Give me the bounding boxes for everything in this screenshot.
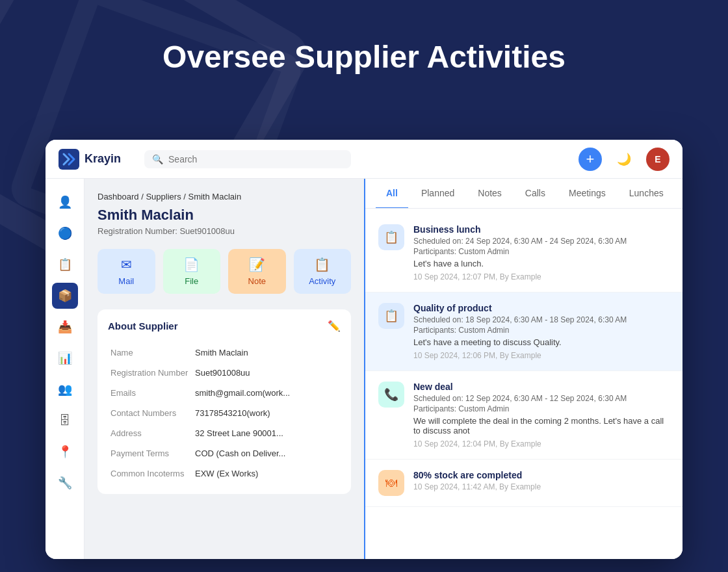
activity-item-item3[interactable]: 📞 New deal Scheduled on: 12 Sep 2024, 6:…: [365, 371, 682, 460]
tab-all[interactable]: All: [376, 179, 408, 209]
user-avatar[interactable]: E: [646, 148, 670, 171]
navbar: Krayin 🔍 + 🌙 E: [46, 140, 682, 179]
field-value: Smith Maclain: [192, 343, 341, 363]
table-row: Contact Numbers73178543210(work): [108, 403, 341, 423]
sidebar-item-location-icon[interactable]: 📍: [52, 439, 78, 465]
activity-scheduled: Scheduled on: 24 Sep 2024, 6:30 AM - 24 …: [413, 237, 670, 246]
about-card: About Supplier ✏️ NameSmith MaclainRegis…: [98, 309, 351, 494]
tab-meetings[interactable]: Meetings: [558, 179, 616, 209]
sidebar-item-reports-icon[interactable]: 📊: [52, 345, 78, 371]
tab-calls[interactable]: Calls: [515, 179, 556, 209]
add-button[interactable]: +: [578, 148, 602, 171]
sidebar-item-tools-icon[interactable]: 🔧: [52, 470, 78, 496]
table-row: NameSmith Maclain: [108, 343, 341, 363]
field-label: Payment Terms: [108, 443, 192, 463]
activity-participants: Participants: Custom Admin: [413, 247, 670, 256]
note-button[interactable]: 📝 Note: [228, 249, 286, 294]
activity-panel: AllPlannedNotesCallsMeetingsLunchesFiles…: [364, 179, 682, 559]
main-content: 👤🔵📋📦📥📊👥🗄📍🔧 Dashboard / Suppliers / Smith…: [46, 179, 682, 559]
breadcrumb-current: Smith Maclain: [188, 192, 241, 202]
sidebar-item-contacts-icon[interactable]: 👤: [52, 189, 78, 215]
activity-type-icon: 🍽: [378, 470, 404, 496]
field-label: Contact Numbers: [108, 403, 192, 423]
tab-notes[interactable]: Notes: [467, 179, 512, 209]
supplier-panel: Dashboard / Suppliers / Smith Maclain Sm…: [84, 179, 364, 559]
activity-body: 80% stock are completed 10 Sep 2024, 11:…: [413, 470, 670, 491]
info-table: NameSmith MaclainRegistration NumberSuet…: [108, 343, 341, 484]
mail-icon: ✉: [121, 257, 132, 272]
supplier-name: Smith Maclain: [98, 207, 351, 224]
activity-scheduled: Scheduled on: 18 Sep 2024, 6:30 AM - 18 …: [413, 315, 670, 324]
file-label: File: [185, 276, 198, 286]
table-row: Address32 Street Lane 90001...: [108, 423, 341, 443]
activity-meta: 10 Sep 2024, 12:07 PM, By Example: [413, 272, 670, 281]
about-header: About Supplier ✏️: [108, 320, 341, 332]
sidebar-item-persons-icon[interactable]: 👥: [52, 376, 78, 402]
krayin-logo-icon: [58, 149, 79, 170]
tab-planned[interactable]: Planned: [411, 179, 465, 209]
activity-meta: 10 Sep 2024, 11:42 AM, By Example: [413, 482, 670, 491]
search-bar: 🔍: [144, 150, 351, 168]
activity-meta: 10 Sep 2024, 12:06 PM, By Example: [413, 351, 670, 360]
activity-description: We will complete the deal in the coming …: [413, 416, 670, 436]
action-buttons: ✉ Mail 📄 File 📝 Note 📋 Activity: [98, 249, 351, 294]
sidebar-item-suppliers-icon[interactable]: 📦: [52, 283, 78, 309]
sidebar-item-tasks-icon[interactable]: 📋: [52, 252, 78, 278]
activity-scheduled: Scheduled on: 12 Sep 2024, 6:30 AM - 12 …: [413, 394, 670, 403]
activity-item-item2[interactable]: 📋 Quality of product Scheduled on: 18 Se…: [365, 292, 682, 371]
field-value: smith@gmail.com(work...: [192, 383, 341, 403]
dark-mode-toggle[interactable]: 🌙: [612, 148, 636, 171]
app-container: Krayin 🔍 + 🌙 E 👤🔵📋📦📥📊👥🗄📍🔧 Dashboard / Su…: [46, 140, 682, 559]
note-icon: 📝: [249, 257, 265, 272]
search-input[interactable]: [168, 154, 343, 164]
field-label: Name: [108, 343, 192, 363]
field-label: Emails: [108, 383, 192, 403]
activity-description: Let's have a lunch.: [413, 259, 670, 268]
field-label: Common Incoterms: [108, 463, 192, 484]
activity-body: Business lunch Scheduled on: 24 Sep 2024…: [413, 224, 670, 281]
sidebar: 👤🔵📋📦📥📊👥🗄📍🔧: [46, 179, 84, 559]
tab-lunches[interactable]: Lunches: [619, 179, 674, 209]
sidebar-item-storage-icon[interactable]: 🗄: [52, 408, 78, 434]
activity-body: New deal Scheduled on: 12 Sep 2024, 6:30…: [413, 382, 670, 448]
activity-type-icon: 📋: [378, 224, 404, 250]
mail-button[interactable]: ✉ Mail: [98, 249, 155, 294]
sidebar-item-inbox-icon[interactable]: 📥: [52, 314, 78, 340]
field-value: Suet901008uu: [192, 363, 341, 383]
mail-label: Mail: [118, 276, 134, 286]
activity-type-icon: 📋: [378, 303, 404, 329]
logo: Krayin: [58, 149, 121, 170]
breadcrumb-links[interactable]: Dashboard / Suppliers /: [98, 192, 186, 202]
sidebar-item-deals-icon[interactable]: 🔵: [52, 220, 78, 246]
note-label: Note: [248, 276, 266, 286]
activity-participants: Participants: Custom Admin: [413, 404, 670, 413]
activity-icon: 📋: [314, 257, 330, 272]
activity-item-item4[interactable]: 🍽 80% stock are completed 10 Sep 2024, 1…: [365, 460, 682, 507]
activity-meta: 10 Sep 2024, 12:04 PM, By Example: [413, 439, 670, 448]
activity-title: Quality of product: [413, 303, 670, 313]
activity-label: Activity: [309, 276, 335, 286]
field-value: EXW (Ex Works): [192, 463, 341, 484]
activity-title: Business lunch: [413, 224, 670, 235]
activity-item-item1[interactable]: 📋 Business lunch Scheduled on: 24 Sep 20…: [365, 214, 682, 292]
file-button[interactable]: 📄 File: [163, 249, 221, 294]
edit-icon[interactable]: ✏️: [328, 320, 341, 332]
field-value: COD (Cash on Deliver...: [192, 443, 341, 463]
activity-participants: Participants: Custom Admin: [413, 326, 670, 335]
table-row: Registration NumberSuet901008uu: [108, 363, 341, 383]
activity-button[interactable]: 📋 Activity: [294, 249, 352, 294]
field-value: 32 Street Lane 90001...: [192, 423, 341, 443]
file-icon: 📄: [183, 257, 200, 272]
logo-text: Krayin: [84, 152, 121, 166]
content-area: Dashboard / Suppliers / Smith Maclain Sm…: [84, 179, 682, 559]
page-title: Oversee Supplier Activities: [0, 0, 728, 101]
tabs-bar: AllPlannedNotesCallsMeetingsLunchesFiles…: [365, 179, 682, 209]
field-label: Registration Number: [108, 363, 192, 383]
activity-title: 80% stock are completed: [413, 470, 670, 480]
activity-description: Let's have a meeting to discuss Quality.: [413, 337, 670, 347]
tab-files[interactable]: Files: [677, 179, 682, 209]
supplier-registration: Registration Number: Suet901008uu: [98, 226, 351, 236]
activity-body: Quality of product Scheduled on: 18 Sep …: [413, 303, 670, 360]
breadcrumb: Dashboard / Suppliers / Smith Maclain: [98, 192, 351, 202]
table-row: Emailssmith@gmail.com(work...: [108, 383, 341, 403]
